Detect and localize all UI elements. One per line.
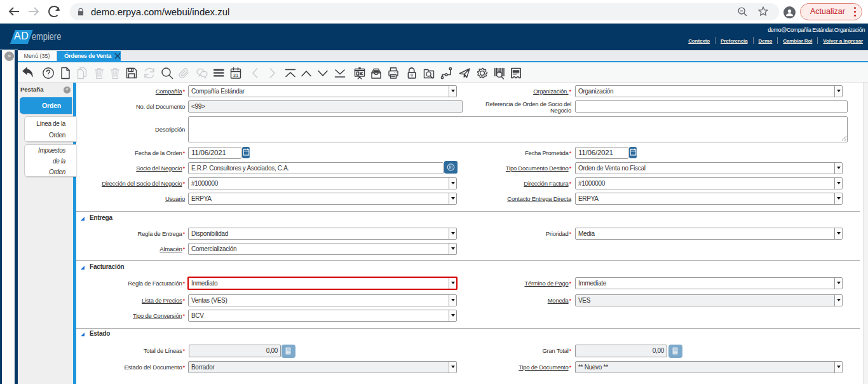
svg-text:31: 31 bbox=[233, 72, 238, 78]
